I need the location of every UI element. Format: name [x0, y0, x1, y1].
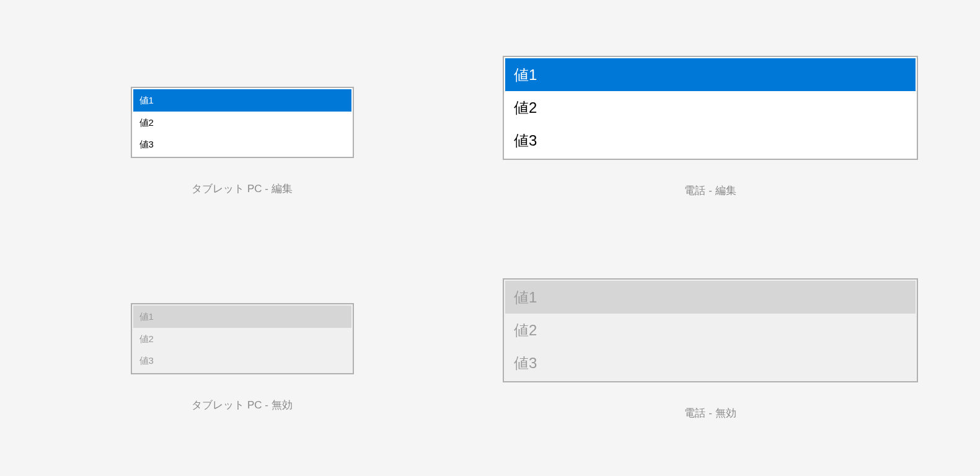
list-item[interactable]: 値1	[133, 89, 351, 112]
demo-grid: 値1 値2 値3 タブレット PC - 編集 値1 値2 値3 電話 - 編集 …	[0, 0, 980, 476]
listbox-tablet-edit[interactable]: 値1 値2 値3	[131, 87, 354, 158]
cell-tablet-edit: 値1 値2 値3 タブレット PC - 編集	[62, 50, 422, 229]
list-item: 値1	[505, 281, 916, 314]
cell-phone-disabled: 値1 値2 値3 電話 - 無効	[503, 278, 918, 457]
list-item: 値3	[133, 350, 351, 372]
caption-phone-disabled: 電話 - 無効	[684, 406, 736, 420]
list-item: 値2	[133, 328, 351, 350]
listbox-phone-edit[interactable]: 値1 値2 値3	[503, 56, 918, 160]
caption-tablet-disabled: タブレット PC - 無効	[192, 398, 292, 412]
caption-tablet-edit: タブレット PC - 編集	[192, 182, 292, 196]
cell-tablet-disabled: 値1 値2 値3 タブレット PC - 無効	[62, 278, 422, 457]
list-item: 値2	[505, 314, 916, 346]
list-item[interactable]: 値1	[505, 58, 916, 91]
cell-phone-edit: 値1 値2 値3 電話 - 編集	[503, 50, 918, 229]
listbox-phone-disabled: 値1 値2 値3	[503, 278, 918, 382]
list-item: 値3	[505, 346, 916, 379]
list-item: 値1	[133, 306, 351, 328]
listbox-tablet-disabled: 値1 値2 値3	[131, 303, 354, 374]
list-item[interactable]: 値3	[133, 133, 351, 156]
list-item[interactable]: 値2	[133, 112, 351, 134]
list-item[interactable]: 値2	[505, 91, 916, 124]
list-item[interactable]: 値3	[505, 124, 916, 157]
caption-phone-edit: 電話 - 編集	[684, 183, 736, 198]
